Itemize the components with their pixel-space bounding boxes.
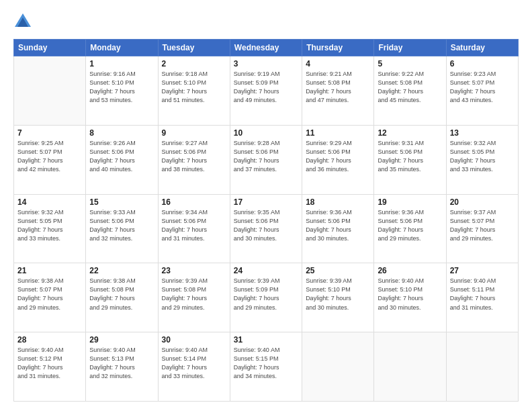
day-info: Sunrise: 9:32 AMSunset: 5:05 PMDaylight:… bbox=[450, 139, 515, 174]
day-number: 30 bbox=[162, 335, 226, 345]
calendar-cell: 13Sunrise: 9:32 AMSunset: 5:05 PMDayligh… bbox=[446, 125, 518, 194]
day-number: 28 bbox=[17, 335, 82, 345]
day-number: 22 bbox=[89, 266, 154, 275]
day-number: 27 bbox=[450, 266, 515, 275]
day-number: 3 bbox=[234, 59, 298, 68]
calendar-cell: 14Sunrise: 9:32 AMSunset: 5:05 PMDayligh… bbox=[14, 194, 86, 263]
week-row-2: 7Sunrise: 9:25 AMSunset: 5:07 PMDaylight… bbox=[14, 125, 519, 194]
day-number: 7 bbox=[17, 128, 82, 138]
weekday-header-wednesday: Wednesday bbox=[230, 40, 302, 56]
week-row-3: 14Sunrise: 9:32 AMSunset: 5:05 PMDayligh… bbox=[14, 194, 519, 263]
day-info: Sunrise: 9:40 AMSunset: 5:12 PMDaylight:… bbox=[17, 346, 82, 381]
day-number: 18 bbox=[306, 197, 370, 207]
day-info: Sunrise: 9:31 AMSunset: 5:06 PMDaylight:… bbox=[378, 139, 442, 174]
day-info: Sunrise: 9:34 AMSunset: 5:06 PMDaylight:… bbox=[162, 208, 226, 243]
day-number: 15 bbox=[89, 197, 154, 207]
calendar-cell: 17Sunrise: 9:35 AMSunset: 5:06 PMDayligh… bbox=[230, 194, 302, 263]
day-number: 1 bbox=[89, 59, 154, 68]
calendar-cell: 20Sunrise: 9:37 AMSunset: 5:07 PMDayligh… bbox=[446, 194, 518, 263]
day-number: 26 bbox=[378, 266, 442, 275]
day-info: Sunrise: 9:32 AMSunset: 5:05 PMDaylight:… bbox=[17, 208, 82, 243]
day-info: Sunrise: 9:40 AMSunset: 5:13 PMDaylight:… bbox=[89, 346, 154, 381]
calendar-cell: 25Sunrise: 9:39 AMSunset: 5:10 PMDayligh… bbox=[302, 263, 374, 332]
calendar-cell: 27Sunrise: 9:40 AMSunset: 5:11 PMDayligh… bbox=[446, 263, 518, 332]
day-number: 6 bbox=[450, 59, 515, 68]
day-number: 12 bbox=[378, 128, 442, 138]
day-info: Sunrise: 9:38 AMSunset: 5:08 PMDaylight:… bbox=[89, 277, 154, 312]
day-info: Sunrise: 9:22 AMSunset: 5:08 PMDaylight:… bbox=[378, 70, 442, 105]
day-info: Sunrise: 9:27 AMSunset: 5:06 PMDaylight:… bbox=[162, 139, 226, 174]
day-info: Sunrise: 9:16 AMSunset: 5:10 PMDaylight:… bbox=[89, 70, 154, 105]
day-number: 9 bbox=[162, 128, 226, 138]
calendar-cell: 10Sunrise: 9:28 AMSunset: 5:06 PMDayligh… bbox=[230, 125, 302, 194]
calendar-cell: 15Sunrise: 9:33 AMSunset: 5:06 PMDayligh… bbox=[86, 194, 158, 263]
day-info: Sunrise: 9:19 AMSunset: 5:09 PMDaylight:… bbox=[234, 70, 298, 105]
day-number: 16 bbox=[162, 197, 226, 207]
calendar-cell: 12Sunrise: 9:31 AMSunset: 5:06 PMDayligh… bbox=[374, 125, 446, 194]
day-number: 19 bbox=[378, 197, 442, 207]
day-number: 17 bbox=[234, 197, 298, 207]
calendar-cell: 23Sunrise: 9:39 AMSunset: 5:08 PMDayligh… bbox=[158, 263, 230, 332]
day-info: Sunrise: 9:40 AMSunset: 5:15 PMDaylight:… bbox=[234, 346, 298, 381]
calendar-cell: 24Sunrise: 9:39 AMSunset: 5:09 PMDayligh… bbox=[230, 263, 302, 332]
day-info: Sunrise: 9:40 AMSunset: 5:10 PMDaylight:… bbox=[378, 277, 442, 312]
day-number: 4 bbox=[306, 59, 370, 68]
page: SundayMondayTuesdayWednesdayThursdayFrid… bbox=[0, 0, 532, 411]
day-number: 31 bbox=[234, 335, 298, 345]
day-number: 14 bbox=[17, 197, 82, 207]
calendar-cell: 11Sunrise: 9:29 AMSunset: 5:06 PMDayligh… bbox=[302, 125, 374, 194]
calendar-cell: 8Sunrise: 9:26 AMSunset: 5:06 PMDaylight… bbox=[86, 125, 158, 194]
logo bbox=[13, 12, 36, 31]
weekday-header-tuesday: Tuesday bbox=[158, 40, 230, 56]
day-number: 20 bbox=[450, 197, 515, 207]
day-info: Sunrise: 9:39 AMSunset: 5:09 PMDaylight:… bbox=[234, 277, 298, 312]
calendar-cell: 30Sunrise: 9:40 AMSunset: 5:14 PMDayligh… bbox=[158, 332, 230, 402]
weekday-header-saturday: Saturday bbox=[446, 40, 518, 56]
week-row-4: 21Sunrise: 9:38 AMSunset: 5:07 PMDayligh… bbox=[14, 263, 519, 332]
day-info: Sunrise: 9:33 AMSunset: 5:06 PMDaylight:… bbox=[89, 208, 154, 243]
weekday-header-monday: Monday bbox=[86, 40, 158, 56]
calendar-header: SundayMondayTuesdayWednesdayThursdayFrid… bbox=[14, 40, 519, 56]
day-number: 11 bbox=[306, 128, 370, 138]
day-info: Sunrise: 9:39 AMSunset: 5:08 PMDaylight:… bbox=[162, 277, 226, 312]
day-info: Sunrise: 9:37 AMSunset: 5:07 PMDaylight:… bbox=[450, 208, 515, 243]
week-row-5: 28Sunrise: 9:40 AMSunset: 5:12 PMDayligh… bbox=[14, 332, 519, 402]
day-info: Sunrise: 9:36 AMSunset: 5:06 PMDaylight:… bbox=[378, 208, 442, 243]
day-info: Sunrise: 9:26 AMSunset: 5:06 PMDaylight:… bbox=[89, 139, 154, 174]
day-info: Sunrise: 9:28 AMSunset: 5:06 PMDaylight:… bbox=[234, 139, 298, 174]
calendar-cell: 28Sunrise: 9:40 AMSunset: 5:12 PMDayligh… bbox=[14, 332, 86, 402]
day-number: 5 bbox=[378, 59, 442, 68]
day-info: Sunrise: 9:40 AMSunset: 5:14 PMDaylight:… bbox=[162, 346, 226, 381]
day-number: 23 bbox=[162, 266, 226, 275]
calendar-cell bbox=[446, 332, 518, 402]
calendar-cell: 31Sunrise: 9:40 AMSunset: 5:15 PMDayligh… bbox=[230, 332, 302, 402]
day-number: 25 bbox=[306, 266, 370, 275]
day-info: Sunrise: 9:36 AMSunset: 5:06 PMDaylight:… bbox=[306, 208, 370, 243]
calendar-cell: 19Sunrise: 9:36 AMSunset: 5:06 PMDayligh… bbox=[374, 194, 446, 263]
weekday-header-friday: Friday bbox=[374, 40, 446, 56]
calendar-cell: 21Sunrise: 9:38 AMSunset: 5:07 PMDayligh… bbox=[14, 263, 86, 332]
calendar-cell: 7Sunrise: 9:25 AMSunset: 5:07 PMDaylight… bbox=[14, 125, 86, 194]
day-number: 8 bbox=[89, 128, 154, 138]
calendar-cell bbox=[302, 332, 374, 402]
day-info: Sunrise: 9:39 AMSunset: 5:10 PMDaylight:… bbox=[306, 277, 370, 312]
day-info: Sunrise: 9:29 AMSunset: 5:06 PMDaylight:… bbox=[306, 139, 370, 174]
calendar-cell: 4Sunrise: 9:21 AMSunset: 5:08 PMDaylight… bbox=[302, 56, 374, 126]
calendar-cell bbox=[14, 56, 86, 126]
weekday-header-sunday: Sunday bbox=[14, 40, 86, 56]
day-info: Sunrise: 9:25 AMSunset: 5:07 PMDaylight:… bbox=[17, 139, 82, 174]
weekday-header-thursday: Thursday bbox=[302, 40, 374, 56]
day-number: 2 bbox=[162, 59, 226, 68]
calendar-cell: 9Sunrise: 9:27 AMSunset: 5:06 PMDaylight… bbox=[158, 125, 230, 194]
week-row-1: 1Sunrise: 9:16 AMSunset: 5:10 PMDaylight… bbox=[14, 56, 519, 126]
day-info: Sunrise: 9:40 AMSunset: 5:11 PMDaylight:… bbox=[450, 277, 515, 312]
day-number: 10 bbox=[234, 128, 298, 138]
day-info: Sunrise: 9:23 AMSunset: 5:07 PMDaylight:… bbox=[450, 70, 515, 105]
day-number: 13 bbox=[450, 128, 515, 138]
calendar-body: 1Sunrise: 9:16 AMSunset: 5:10 PMDaylight… bbox=[14, 56, 519, 402]
day-info: Sunrise: 9:21 AMSunset: 5:08 PMDaylight:… bbox=[306, 70, 370, 105]
calendar-table: SundayMondayTuesdayWednesdayThursdayFrid… bbox=[13, 39, 519, 402]
calendar-cell bbox=[374, 332, 446, 402]
weekday-row: SundayMondayTuesdayWednesdayThursdayFrid… bbox=[14, 40, 519, 56]
day-number: 29 bbox=[89, 335, 154, 345]
